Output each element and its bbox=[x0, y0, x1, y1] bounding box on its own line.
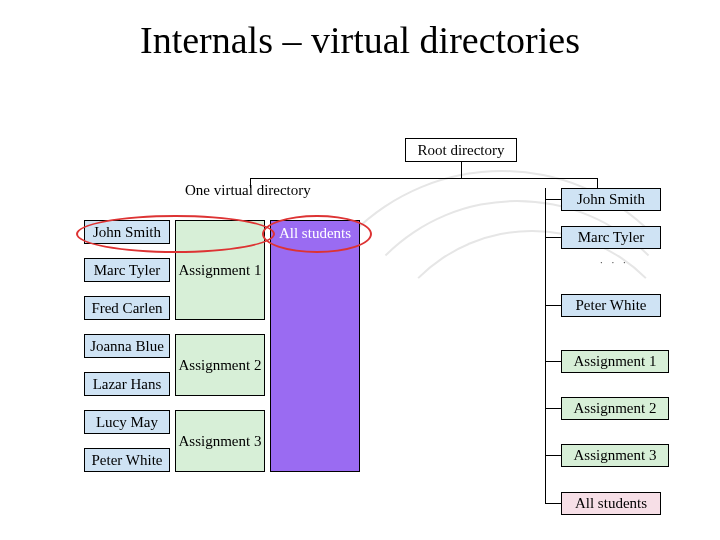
connector bbox=[545, 199, 561, 200]
connector bbox=[545, 455, 561, 456]
tree-ellipsis: · · · bbox=[600, 256, 629, 268]
student-box: Lazar Hans bbox=[84, 372, 170, 396]
connector bbox=[250, 178, 598, 179]
tree-assignment: Assignment 2 bbox=[561, 397, 669, 420]
tree-assignment: Assignment 3 bbox=[561, 444, 669, 467]
tree-spine bbox=[545, 188, 546, 504]
root-directory-box: Root directory bbox=[405, 138, 517, 162]
connector bbox=[597, 178, 598, 188]
student-box: John Smith bbox=[84, 220, 170, 244]
connector bbox=[545, 237, 561, 238]
tree-allstudents: All students bbox=[561, 492, 661, 515]
student-box: Joanna Blue bbox=[84, 334, 170, 358]
assignment-box: Assignment 3 bbox=[175, 410, 265, 472]
connector bbox=[545, 361, 561, 362]
student-box: Marc Tyler bbox=[84, 258, 170, 282]
slide-title: Internals – virtual directories bbox=[0, 18, 720, 62]
assignment-box: Assignment 2 bbox=[175, 334, 265, 396]
one-virtual-directory-label: One virtual directory bbox=[185, 182, 311, 199]
tree-assignment: Assignment 1 bbox=[561, 350, 669, 373]
student-box: Fred Carlen bbox=[84, 296, 170, 320]
all-students-big-box: All students bbox=[270, 220, 360, 472]
connector bbox=[545, 305, 561, 306]
tree-student: Peter White bbox=[561, 294, 661, 317]
connector bbox=[461, 162, 462, 178]
tree-student: John Smith bbox=[561, 188, 661, 211]
student-box: Lucy May bbox=[84, 410, 170, 434]
connector bbox=[545, 408, 561, 409]
tree-student: Marc Tyler bbox=[561, 226, 661, 249]
connector bbox=[545, 503, 561, 504]
student-box: Peter White bbox=[84, 448, 170, 472]
assignment-box: Assignment 1 bbox=[175, 220, 265, 320]
